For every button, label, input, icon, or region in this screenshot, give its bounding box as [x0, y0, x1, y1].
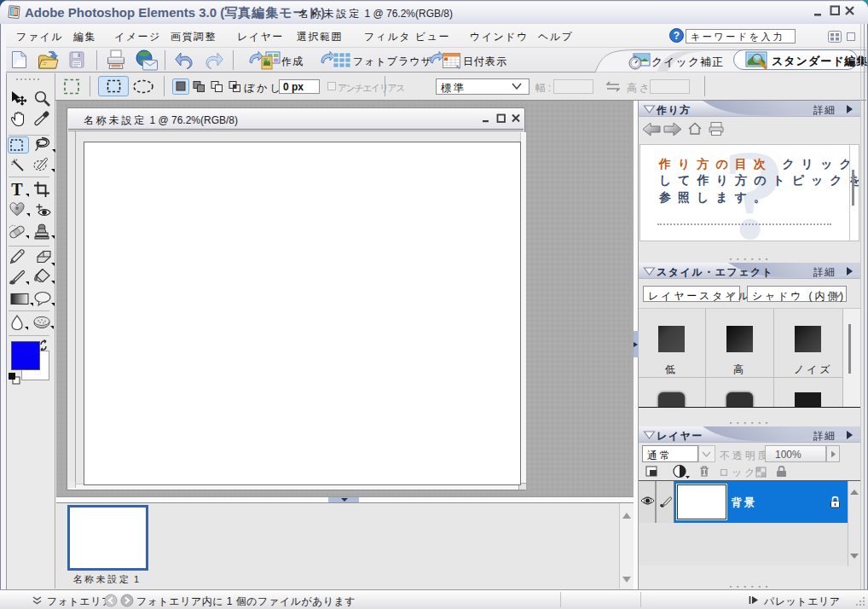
- svg-text:?: ?: [674, 30, 680, 42]
- svg-text:T: T: [11, 180, 23, 199]
